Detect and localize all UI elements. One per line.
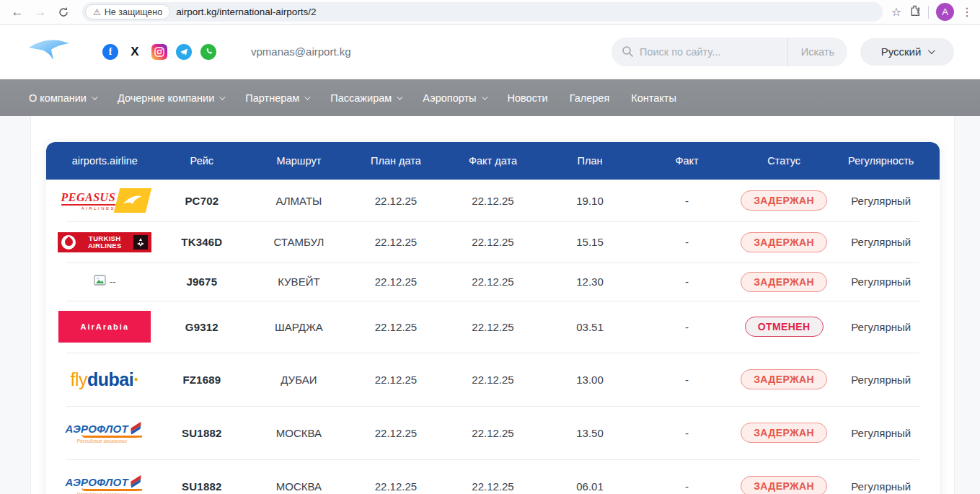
- status-cell: ЗАДЕРЖАН: [736, 272, 833, 292]
- bird-logo-icon: [27, 38, 71, 63]
- flight-row: --J9675КУВЕЙТ22.12.2522.12.2512.30-ЗАДЕР…: [46, 263, 940, 301]
- regularity-cell: Регулярный: [832, 427, 930, 439]
- url-text[interactable]: airport.kg/international-airports/2: [176, 6, 316, 17]
- route-cell: МОСКВА: [250, 480, 348, 493]
- profile-avatar[interactable]: A: [936, 3, 954, 21]
- main-navigation: О компании Дочерние компании Партнерам П…: [0, 79, 980, 116]
- fact-date-cell: 22.12.25: [444, 321, 542, 333]
- address-bar[interactable]: ⚠ Не защищено airport.kg/international-a…: [82, 2, 883, 22]
- fact-time-cell: -: [638, 374, 736, 386]
- telegram-icon[interactable]: [176, 44, 192, 60]
- nav-item-label: Галерея: [570, 92, 610, 104]
- chevron-down-icon: [92, 94, 97, 100]
- pegasus-logo-subtitle: AIRLINES: [61, 206, 116, 211]
- plan-time-cell: 15.15: [542, 236, 639, 248]
- status-badge: ЗАДЕРЖАН: [741, 476, 827, 494]
- nav-item-2[interactable]: Партнерам: [245, 92, 309, 104]
- status-badge: ЗАДЕРЖАН: [741, 369, 827, 389]
- column-header: План: [542, 155, 639, 167]
- fact-time-cell: -: [638, 321, 736, 333]
- status-badge: ЗАДЕРЖАН: [741, 423, 827, 443]
- plan-date-cell: 22.12.25: [348, 427, 445, 439]
- nav-item-5[interactable]: Новости: [508, 92, 548, 104]
- fact-date-cell: 22.12.25: [444, 195, 542, 207]
- aeroflot-logo: АЭРОФЛОТРоссийские авиалинии: [66, 423, 144, 444]
- back-icon[interactable]: ←: [7, 2, 27, 22]
- fact-time-cell: -: [638, 195, 736, 207]
- search-input[interactable]: [640, 46, 787, 58]
- fact-date-cell: 22.12.25: [444, 374, 542, 386]
- route-cell: АЛМАТЫ: [250, 195, 348, 207]
- regularity-cell: Регулярный: [832, 195, 930, 207]
- turkish-logo-line1: TURKISH: [79, 235, 130, 242]
- flight-table: airports.airlineРейсМаршрутПлан датаФакт…: [46, 142, 940, 494]
- language-selector[interactable]: Русский: [860, 38, 954, 66]
- status-badge: ЗАДЕРЖАН: [741, 272, 827, 292]
- column-header: airports.airline: [56, 155, 154, 167]
- nav-item-0[interactable]: О компании: [29, 92, 96, 104]
- plan-time-cell: 19.10: [542, 195, 639, 207]
- plan-time-cell: 12.30: [542, 275, 639, 288]
- status-cell: ЗАДЕРЖАН: [736, 476, 833, 494]
- turkish-airlines-logo: TURKISHAIRLINES: [58, 232, 151, 252]
- nav-item-3[interactable]: Пассажирам: [330, 92, 401, 104]
- page-gutter-left: [0, 116, 31, 494]
- site-logo[interactable]: [27, 38, 72, 66]
- regularity-cell: Регулярный: [832, 480, 930, 493]
- route-cell: КУВЕЙТ: [250, 275, 348, 288]
- status-cell: ЗАДЕРЖАН: [736, 190, 833, 211]
- nav-item-6[interactable]: Галерея: [570, 92, 610, 104]
- flight-number: J9675: [154, 275, 251, 288]
- status-cell: ЗАДЕРЖАН: [736, 369, 833, 389]
- broken-image-icon: --: [94, 275, 116, 289]
- facebook-icon[interactable]: f: [102, 44, 118, 60]
- security-chip[interactable]: ⚠ Не защищено: [85, 4, 170, 19]
- nav-item-label: Дочерние компании: [118, 92, 214, 104]
- nav-item-label: Контакты: [631, 92, 676, 104]
- flight-number: TK346D: [154, 236, 251, 248]
- status-badge: ОТМЕНЕН: [745, 317, 824, 337]
- route-cell: МОСКВА: [250, 427, 348, 439]
- column-header: Рейс: [154, 155, 251, 167]
- reload-icon[interactable]: [53, 2, 74, 22]
- plan-date-cell: 22.12.25: [348, 321, 445, 333]
- column-header: Факт: [638, 155, 736, 167]
- nav-item-7[interactable]: Контакты: [631, 92, 676, 104]
- aeroflot-logo-subtitle: Российские авиалинии: [77, 438, 127, 444]
- browser-toolbar: ← → ⚠ Не защищено airport.kg/internation…: [0, 0, 980, 25]
- pegasus-logo-title: PEGASUS: [61, 191, 116, 206]
- nav-item-1[interactable]: Дочерние компании: [118, 92, 224, 104]
- forward-icon[interactable]: →: [30, 2, 50, 22]
- x-icon[interactable]: X: [127, 44, 143, 60]
- fact-time-cell: -: [638, 236, 736, 248]
- toolbar-divider: [928, 6, 929, 19]
- extensions-icon[interactable]: [909, 4, 921, 19]
- column-header: Регулярность: [832, 155, 930, 167]
- nav-item-4[interactable]: Аэропорты: [423, 92, 485, 104]
- instagram-icon[interactable]: [151, 44, 167, 60]
- airline-logo-cell: АЭРОФЛОТРоссийские авиалинии: [56, 476, 154, 494]
- site-search[interactable]: Искать: [612, 38, 847, 66]
- warning-icon: ⚠: [93, 7, 101, 17]
- status-cell: ЗАДЕРЖАН: [736, 232, 833, 252]
- airline-logo-cell: AirArabia: [56, 311, 154, 343]
- aeroflot-flag-icon: [130, 476, 144, 488]
- whatsapp-icon[interactable]: [200, 44, 216, 60]
- plan-time-cell: 13.50: [542, 427, 639, 439]
- chevron-down-icon: [304, 94, 310, 100]
- route-cell: ДУБАИ: [250, 374, 348, 386]
- aeroflot-logo-title: АЭРОФЛОТ: [66, 476, 128, 488]
- bookmark-star-icon[interactable]: ☆: [891, 5, 901, 19]
- puzzle-glyph: [909, 4, 921, 17]
- table-header-row: airports.airlineРейсМаршрутПлан датаФакт…: [46, 142, 940, 180]
- alliance-badge-icon: [133, 235, 148, 250]
- column-header: Статус: [736, 155, 833, 167]
- fact-time-cell: -: [638, 275, 736, 288]
- browser-menu-icon[interactable]: ⋮: [961, 5, 973, 19]
- contact-email[interactable]: vpmanas@airport.kg: [251, 45, 351, 58]
- airline-logo-cell: flydubai·: [56, 369, 154, 390]
- search-button[interactable]: Искать: [787, 38, 847, 66]
- airline-logo-cell: АЭРОФЛОТРоссийские авиалинии: [56, 423, 154, 444]
- air-arabia-logo-text: AirArabia: [81, 322, 130, 331]
- flight-row: AirArabiaG9312ШАРДЖА22.12.2522.12.2503.5…: [46, 301, 940, 353]
